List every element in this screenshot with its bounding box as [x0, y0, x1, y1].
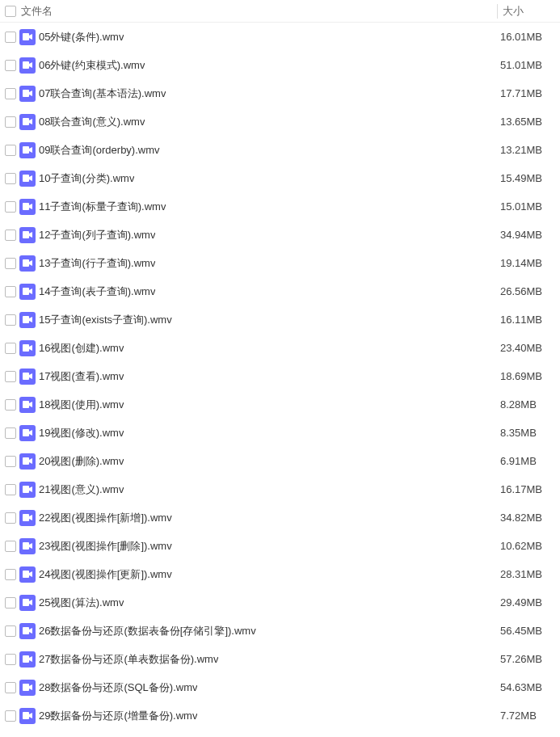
- table-row[interactable]: 23视图(视图操作[删除]).wmv10.62MB: [0, 532, 560, 560]
- row-checkbox[interactable]: [5, 230, 16, 241]
- file-name-cell: 26数据备份与还原(数据表备份[存储引擎]).wmv: [0, 623, 497, 639]
- table-row[interactable]: 15子查询(exists子查询).wmv16.11MB: [0, 305, 560, 334]
- row-checkbox[interactable]: [5, 625, 16, 637]
- file-name-label[interactable]: 24视图(视图操作[更新]).wmv: [39, 567, 172, 582]
- file-name-cell: 29数据备份与还原(增量备份).wmv: [0, 708, 497, 724]
- video-file-icon: [19, 114, 36, 130]
- file-name-label[interactable]: 05外键(条件).wmv: [39, 30, 124, 44]
- table-row[interactable]: 16视图(创建).wmv23.40MB: [0, 334, 560, 362]
- row-checkbox[interactable]: [5, 371, 16, 382]
- select-all-checkbox[interactable]: [5, 6, 16, 17]
- table-row[interactable]: 11子查询(标量子查询).wmv15.01MB: [0, 192, 560, 221]
- row-checkbox[interactable]: [5, 32, 16, 43]
- file-name-cell: 14子查询(表子查询).wmv: [0, 284, 497, 300]
- row-checkbox[interactable]: [5, 427, 16, 439]
- file-name-label[interactable]: 22视图(视图操作[新增]).wmv: [39, 511, 172, 525]
- file-name-label[interactable]: 14子查询(表子查询).wmv: [39, 284, 155, 299]
- file-name-label[interactable]: 16视图(创建).wmv: [39, 341, 124, 356]
- file-name-label[interactable]: 29数据备份与还原(增量备份).wmv: [39, 709, 197, 723]
- row-checkbox[interactable]: [5, 541, 16, 552]
- table-row[interactable]: 26数据备份与还原(数据表备份[存储引擎]).wmv56.45MB: [0, 617, 560, 645]
- row-checkbox[interactable]: [5, 597, 16, 609]
- table-row[interactable]: 29数据备份与还原(增量备份).wmv7.72MB: [0, 701, 560, 730]
- row-checkbox[interactable]: [5, 145, 16, 156]
- table-row[interactable]: 20视图(删除).wmv6.91MB: [0, 447, 560, 475]
- row-checkbox[interactable]: [5, 456, 16, 467]
- row-checkbox[interactable]: [5, 484, 16, 495]
- file-name-label[interactable]: 07联合查询(基本语法).wmv: [39, 86, 166, 101]
- column-header-size[interactable]: 大小: [497, 4, 560, 19]
- row-checkbox[interactable]: [5, 314, 16, 326]
- file-name-label[interactable]: 11子查询(标量子查询).wmv: [39, 200, 166, 214]
- table-row[interactable]: 18视图(使用).wmv8.28MB: [0, 390, 560, 419]
- file-name-label[interactable]: 06外键(约束模式).wmv: [39, 58, 145, 73]
- file-name-label[interactable]: 19视图(修改).wmv: [39, 426, 124, 440]
- file-name-label[interactable]: 25视图(算法).wmv: [39, 596, 124, 610]
- file-name-cell: 11子查询(标量子查询).wmv: [0, 199, 497, 215]
- file-name-cell: 25视图(算法).wmv: [0, 595, 497, 611]
- table-row[interactable]: 27数据备份与还原(单表数据备份).wmv57.26MB: [0, 645, 560, 673]
- table-row[interactable]: 06外键(约束模式).wmv51.01MB: [0, 51, 560, 79]
- row-checkbox[interactable]: [5, 569, 16, 580]
- table-row[interactable]: 19视图(修改).wmv8.35MB: [0, 419, 560, 447]
- file-size-cell: 13.65MB: [497, 116, 560, 128]
- file-size-cell: 13.21MB: [497, 144, 560, 156]
- table-row[interactable]: 07联合查询(基本语法).wmv17.71MB: [0, 79, 560, 107]
- table-row[interactable]: 09联合查询(orderby).wmv13.21MB: [0, 136, 560, 164]
- file-list: 05外键(条件).wmv16.01MB06外键(约束模式).wmv51.01MB…: [0, 23, 560, 730]
- file-size-cell: 16.01MB: [497, 31, 560, 43]
- file-size-cell: 15.49MB: [497, 172, 560, 184]
- table-row[interactable]: 22视图(视图操作[新增]).wmv34.82MB: [0, 503, 560, 532]
- file-name-cell: 10子查询(分类).wmv: [0, 171, 497, 187]
- file-name-label[interactable]: 13子查询(行子查询).wmv: [39, 256, 155, 271]
- file-name-label[interactable]: 15子查询(exists子查询).wmv: [39, 313, 172, 327]
- table-row[interactable]: 10子查询(分类).wmv15.49MB: [0, 164, 560, 192]
- svg-rect-23: [23, 684, 29, 691]
- file-name-label[interactable]: 08联合查询(意义).wmv: [39, 115, 145, 129]
- row-checkbox[interactable]: [5, 343, 16, 354]
- video-file-icon: [19, 651, 36, 668]
- row-checkbox[interactable]: [5, 201, 16, 213]
- svg-rect-16: [23, 486, 29, 493]
- file-name-label[interactable]: 28数据备份与还原(SQL备份).wmv: [39, 680, 197, 695]
- row-checkbox[interactable]: [5, 173, 16, 184]
- file-name-label[interactable]: 12子查询(列子查询).wmv: [39, 228, 155, 242]
- table-row[interactable]: 12子查询(列子查询).wmv34.94MB: [0, 221, 560, 249]
- file-name-label[interactable]: 18视图(使用).wmv: [39, 398, 124, 412]
- video-file-icon: [19, 57, 36, 74]
- row-checkbox[interactable]: [5, 399, 16, 411]
- row-checkbox[interactable]: [5, 286, 16, 297]
- row-checkbox[interactable]: [5, 88, 16, 99]
- row-checkbox[interactable]: [5, 710, 16, 722]
- file-name-label[interactable]: 26数据备份与还原(数据表备份[存储引擎]).wmv: [39, 624, 256, 638]
- row-checkbox[interactable]: [5, 116, 16, 128]
- table-row[interactable]: 25视图(算法).wmv29.49MB: [0, 588, 560, 617]
- table-row[interactable]: 13子查询(行子查询).wmv19.14MB: [0, 249, 560, 277]
- video-file-icon: [19, 453, 36, 470]
- row-checkbox[interactable]: [5, 258, 16, 269]
- table-row[interactable]: 28数据备份与还原(SQL备份).wmv54.63MB: [0, 673, 560, 701]
- table-row[interactable]: 14子查询(表子查询).wmv26.56MB: [0, 277, 560, 305]
- file-name-label[interactable]: 23视图(视图操作[删除]).wmv: [39, 539, 172, 554]
- file-name-cell: 27数据备份与还原(单表数据备份).wmv: [0, 651, 497, 668]
- file-size-cell: 26.56MB: [497, 285, 560, 297]
- svg-rect-12: [23, 373, 29, 380]
- file-name-label[interactable]: 09联合查询(orderby).wmv: [39, 143, 160, 158]
- table-row[interactable]: 17视图(查看).wmv18.69MB: [0, 362, 560, 390]
- file-name-label[interactable]: 17视图(查看).wmv: [39, 369, 124, 384]
- file-name-label[interactable]: 10子查询(分类).wmv: [39, 171, 134, 186]
- row-checkbox[interactable]: [5, 654, 16, 665]
- column-header-name[interactable]: 文件名: [0, 4, 497, 19]
- file-name-label[interactable]: 20视图(删除).wmv: [39, 454, 124, 469]
- table-row[interactable]: 05外键(条件).wmv16.01MB: [0, 23, 560, 51]
- table-row[interactable]: 08联合查询(意义).wmv13.65MB: [0, 107, 560, 136]
- file-size-cell: 56.45MB: [497, 625, 560, 637]
- file-name-label[interactable]: 27数据备份与还原(单表数据备份).wmv: [39, 652, 218, 667]
- table-row[interactable]: 24视图(视图操作[更新]).wmv28.31MB: [0, 560, 560, 588]
- table-row[interactable]: 21视图(意义).wmv16.17MB: [0, 475, 560, 503]
- row-checkbox[interactable]: [5, 682, 16, 693]
- svg-rect-8: [23, 259, 29, 267]
- file-name-label[interactable]: 21视图(意义).wmv: [39, 482, 124, 497]
- row-checkbox[interactable]: [5, 512, 16, 524]
- row-checkbox[interactable]: [5, 60, 16, 71]
